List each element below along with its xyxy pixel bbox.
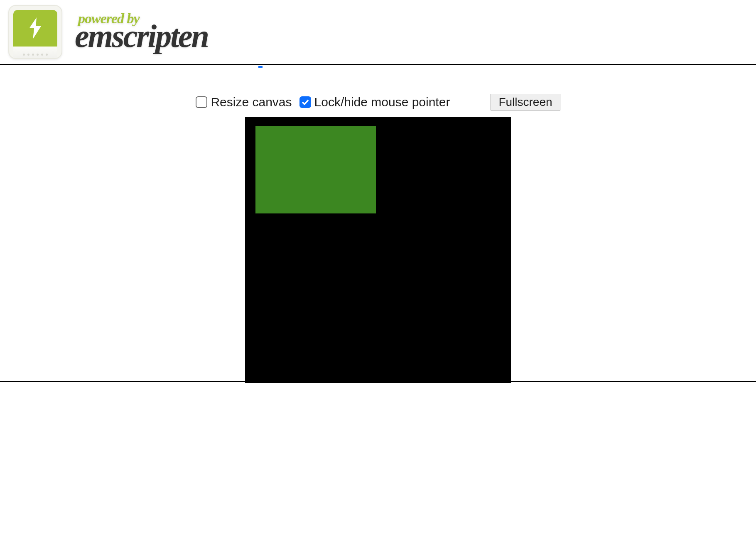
lock-label-text: Lock/hide mouse pointer (314, 95, 450, 109)
lock-checkbox[interactable] (299, 96, 311, 108)
bolt-icon (28, 17, 43, 39)
controls-bar: Resize canvas Lock/hide mouse pointer Fu… (0, 65, 756, 117)
footer-divider (0, 381, 756, 382)
title: emscripten (75, 20, 208, 52)
resize-checkbox[interactable] (196, 96, 207, 108)
app-header: powered by emscripten (0, 0, 756, 64)
canvas-green-rect (255, 126, 376, 213)
lock-checkbox-label[interactable]: Lock/hide mouse pointer (299, 95, 450, 109)
emscripten-canvas[interactable] (245, 117, 511, 383)
emscripten-logo-text: powered by emscripten (71, 7, 215, 56)
resize-checkbox-label[interactable]: Resize canvas (196, 95, 292, 109)
resize-label-text: Resize canvas (211, 95, 292, 109)
check-icon (302, 99, 309, 105)
fullscreen-button[interactable]: Fullscreen (491, 94, 560, 110)
emscripten-logo-icon (8, 5, 62, 59)
spinner-mark (258, 66, 263, 68)
